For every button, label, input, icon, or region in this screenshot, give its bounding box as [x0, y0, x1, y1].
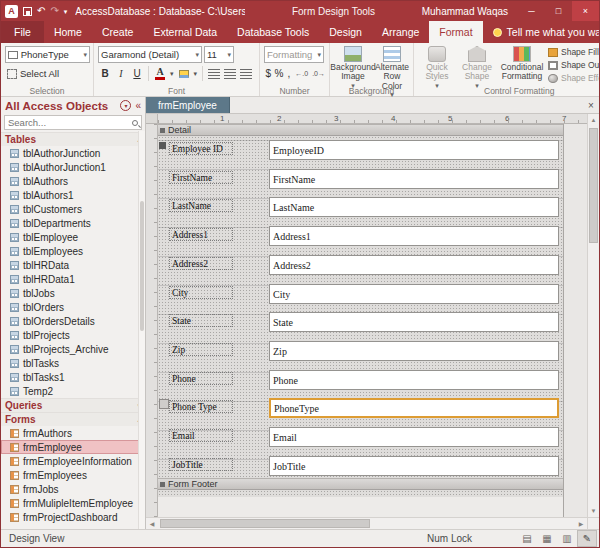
save-icon[interactable]	[23, 7, 32, 16]
bold-button[interactable]: B	[98, 66, 112, 81]
layout-view-button[interactable]: ▥	[557, 530, 577, 547]
nav-item-tblAuthorJunction[interactable]: tblAuthorJunction	[1, 146, 145, 160]
field-textbox-Phone[interactable]: Phone	[269, 370, 559, 390]
v-ruler[interactable]	[146, 124, 158, 517]
horizontal-scrollbar-thumb[interactable]	[160, 519, 370, 528]
field-label-Zip[interactable]: Zip	[169, 343, 233, 356]
layout-selector-icon[interactable]	[159, 142, 166, 149]
nav-section-header-forms[interactable]: Forms▴	[1, 412, 145, 426]
field-label-State[interactable]: State	[169, 314, 233, 327]
nav-item-frmMulipleItemEmployee[interactable]: frmMulipleItemEmployee	[1, 496, 145, 510]
nav-scrollbar-thumb[interactable]	[140, 201, 144, 331]
field-label-Email[interactable]: Email	[169, 429, 233, 442]
nav-item-frmJobs[interactable]: frmJobs	[1, 482, 145, 496]
nav-item-tblTasks1[interactable]: tblTasks1	[1, 370, 145, 384]
qat-customize-icon[interactable]: ▾	[64, 8, 68, 15]
percent-format-button[interactable]: %	[274, 66, 283, 81]
font-family-combo[interactable]: Garamond (Detail) ▾	[98, 46, 202, 63]
field-textbox-State[interactable]: State	[269, 312, 559, 332]
shape-outline-button[interactable]: Shape Outline ▾	[548, 59, 600, 71]
ribbon-tab-database-tools[interactable]: Database Tools	[227, 21, 319, 43]
field-label-EmployeeID[interactable]: Employee ID	[169, 142, 233, 155]
close-document-icon[interactable]: ×	[583, 97, 599, 113]
nav-item-frmEmployee[interactable]: frmEmployee	[1, 440, 145, 454]
nav-scrollbar[interactable]	[138, 131, 145, 529]
nav-item-frmProjectDashboard[interactable]: frmProjectDashboard	[1, 510, 145, 524]
signed-in-user[interactable]: Muhammad Waqas	[422, 6, 508, 17]
field-label-City[interactable]: City	[169, 286, 233, 299]
shape-effects-button[interactable]: Shape Effects ▾	[548, 72, 600, 84]
scroll-right-icon[interactable]: ▶	[575, 518, 587, 529]
nav-item-tblHRData1[interactable]: tblHRData1	[1, 272, 145, 286]
nav-item-tblOrdersDetails[interactable]: tblOrdersDetails	[1, 314, 145, 328]
field-textbox-LastName[interactable]: LastName	[269, 197, 559, 217]
undo-icon[interactable]: ↶	[37, 6, 45, 16]
field-label-FirstName[interactable]: FirstName	[169, 171, 233, 184]
nav-item-tblJobs[interactable]: tblJobs	[1, 286, 145, 300]
nav-item-tblOrders[interactable]: tblOrders	[1, 300, 145, 314]
nav-item-tblAuthors1[interactable]: tblAuthors1	[1, 188, 145, 202]
search-input[interactable]	[8, 117, 130, 128]
nav-item-tblTasks[interactable]: tblTasks	[1, 356, 145, 370]
field-textbox-JobTitle[interactable]: JobTitle	[269, 456, 559, 476]
tell-me-box[interactable]: Tell me what you want to do	[493, 21, 599, 43]
field-textbox-Zip[interactable]: Zip	[269, 341, 559, 361]
nav-item-frmEmployeeInformation[interactable]: frmEmployeeInformation	[1, 454, 145, 468]
decrease-decimals-button[interactable]: .0→	[311, 70, 326, 77]
font-size-combo[interactable]: 11 ▾	[204, 46, 234, 63]
ribbon-tab-arrange[interactable]: Arrange	[372, 21, 429, 43]
nav-section-header-queries[interactable]: Queries▾	[1, 398, 145, 412]
field-label-PhoneType[interactable]: Phone Type	[169, 400, 233, 413]
nav-item-tblProjects_Archive[interactable]: tblProjects_Archive	[1, 342, 145, 356]
change-shape-button[interactable]: Change Shape ▾	[458, 45, 496, 85]
vertical-scrollbar[interactable]: ▲ ▼	[587, 114, 599, 517]
ribbon-tab-format[interactable]: Format	[429, 21, 482, 43]
ribbon-tab-design[interactable]: Design	[319, 21, 372, 43]
form-footer-section-bar[interactable]: Form Footer	[158, 478, 563, 490]
form-view-button[interactable]: ▤	[517, 530, 537, 547]
shutter-close-icon[interactable]: «	[135, 100, 141, 111]
nav-item-tblDepartments[interactable]: tblDepartments	[1, 216, 145, 230]
nav-item-tblAuthors[interactable]: tblAuthors	[1, 174, 145, 188]
design-view-button[interactable]: ✎	[577, 530, 597, 547]
nav-section-header-tables[interactable]: Tables▴	[1, 132, 145, 146]
nav-item-tblProjects[interactable]: tblProjects	[1, 328, 145, 342]
detail-section-bar[interactable]: Detail	[158, 124, 563, 136]
field-textbox-City[interactable]: City	[269, 284, 559, 304]
minimize-button[interactable]: ─	[518, 1, 545, 21]
currency-format-button[interactable]: $	[264, 66, 272, 81]
nav-item-Temp2[interactable]: Temp2	[1, 384, 145, 398]
scroll-down-icon[interactable]: ▼	[588, 505, 599, 517]
move-handle[interactable]	[159, 399, 169, 409]
field-label-JobTitle[interactable]: JobTitle	[169, 458, 233, 471]
conditional-formatting-button[interactable]: Conditional Formatting	[498, 45, 546, 85]
ribbon-tab-create[interactable]: Create	[92, 21, 144, 43]
form-footer-grid[interactable]	[158, 490, 563, 497]
detail-grid[interactable]: Employee IDEmployeeIDFirstNameFirstNameL…	[158, 136, 563, 478]
field-textbox-EmployeeID[interactable]: EmployeeID	[269, 140, 559, 160]
datasheet-view-button[interactable]: ▦	[537, 530, 557, 547]
scroll-up-icon[interactable]: ▲	[588, 114, 599, 126]
ribbon-tab-home[interactable]: Home	[44, 21, 92, 43]
align-left-button[interactable]	[207, 66, 221, 81]
field-textbox-Address2[interactable]: Address2	[269, 255, 559, 275]
maximize-button[interactable]: □	[545, 1, 572, 21]
nav-item-frmAuthors[interactable]: frmAuthors	[1, 426, 145, 440]
close-button[interactable]: ×	[572, 1, 599, 21]
scroll-left-icon[interactable]: ◀	[146, 518, 158, 529]
align-center-button[interactable]	[223, 66, 237, 81]
vertical-scrollbar-thumb[interactable]	[589, 128, 598, 243]
select-all-button[interactable]: Select All	[5, 67, 61, 80]
ruler-corner[interactable]	[146, 114, 158, 124]
font-color-button[interactable]: A	[153, 66, 167, 81]
nav-item-tblEmployees[interactable]: tblEmployees	[1, 244, 145, 258]
nav-item-tblAuthorJunction1[interactable]: tblAuthorJunction1	[1, 160, 145, 174]
font-color-dropdown[interactable]: ▾	[169, 70, 175, 78]
nav-pane-title-bar[interactable]: All Access Objects ▾ «	[1, 97, 145, 114]
italic-button[interactable]: I	[114, 66, 128, 81]
background-image-button[interactable]: Background Image ▾	[334, 45, 372, 85]
nav-menu-icon[interactable]: ▾	[120, 100, 131, 111]
field-label-LastName[interactable]: LastName	[169, 199, 233, 212]
field-textbox-Email[interactable]: Email	[269, 427, 559, 447]
underline-button[interactable]: U	[130, 66, 144, 81]
